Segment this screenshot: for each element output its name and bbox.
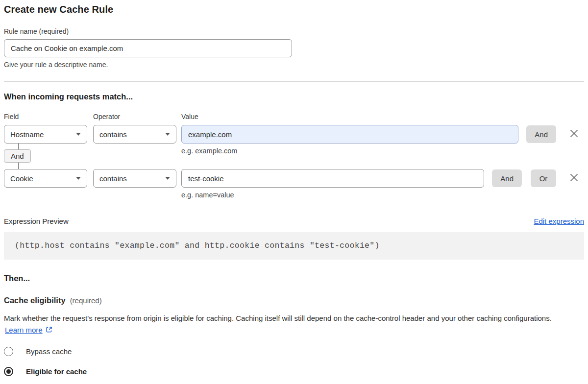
value-input[interactable]	[181, 125, 518, 144]
rule-name-input[interactable]	[4, 39, 292, 57]
value-column-label: Value	[181, 113, 198, 120]
field-select[interactable]: Hostname	[4, 125, 87, 144]
description-text: Mark whether the request’s response from…	[4, 314, 552, 322]
learn-more-link[interactable]: Learn more	[5, 326, 43, 334]
required-tag: (required)	[70, 296, 102, 305]
create-cache-rule-page: Create new Cache Rule Rule name (require…	[0, 0, 588, 376]
remove-condition-button[interactable]	[569, 172, 579, 183]
connector-line	[18, 143, 19, 149]
rule-name-label: Rule name (required)	[4, 27, 584, 35]
value-column: e.g. name=value	[181, 169, 484, 199]
section-divider	[4, 81, 584, 82]
cache-eligibility-heading: Cache eligibility (required)	[4, 296, 584, 305]
add-or-condition-button[interactable]: Or	[531, 169, 556, 187]
external-link-icon	[43, 326, 53, 334]
expression-code: (http.host contains "example.com" and ht…	[4, 232, 584, 260]
add-and-condition-button[interactable]: And	[492, 169, 522, 187]
chevron-down-icon	[76, 177, 81, 180]
cache-eligibility-section: Cache eligibility (required) Mark whethe…	[4, 296, 584, 376]
operator-select-value: contains	[99, 130, 162, 139]
page-title: Create new Cache Rule	[4, 4, 584, 15]
field-select-value: Hostname	[10, 130, 73, 139]
remove-condition-button[interactable]	[569, 128, 579, 139]
field-column-label: Field	[4, 113, 93, 120]
expression-preview-section: Expression Preview Edit expression (http…	[4, 217, 584, 260]
rule-name-section: Rule name (required) Give your rule a de…	[4, 27, 584, 69]
radio-icon	[4, 367, 13, 376]
connector-line	[18, 163, 19, 169]
expression-header: Expression Preview Edit expression	[4, 217, 584, 225]
then-heading: Then...	[4, 274, 584, 283]
field-select-value: Cookie	[10, 174, 73, 183]
match-heading: When incoming requests match...	[4, 92, 584, 101]
close-icon	[569, 128, 579, 139]
add-and-condition-button[interactable]: And	[526, 125, 556, 143]
value-input[interactable]	[181, 169, 484, 188]
radio-label: Bypass cache	[26, 347, 72, 356]
operator-select-value: contains	[99, 174, 162, 183]
chevron-down-icon	[76, 133, 81, 136]
value-hint: e.g. example.com	[181, 147, 518, 155]
close-icon	[569, 172, 579, 183]
radio-icon	[4, 347, 13, 356]
value-hint: e.g. name=value	[181, 191, 484, 199]
row-actions: And Or	[492, 169, 556, 187]
condition-row-2: Cookie contains e.g. name=value And Or	[4, 169, 584, 199]
match-section: When incoming requests match... Field Op…	[4, 92, 584, 199]
operator-column-label: Operator	[93, 113, 181, 120]
operator-select[interactable]: contains	[93, 125, 176, 144]
edit-expression-link[interactable]: Edit expression	[534, 217, 584, 225]
rule-name-helper: Give your rule a descriptive name.	[4, 61, 584, 69]
chevron-down-icon	[165, 133, 170, 136]
field-select[interactable]: Cookie	[4, 169, 87, 188]
operator-select[interactable]: contains	[93, 169, 176, 188]
row-actions: And	[526, 125, 556, 143]
radio-option-eligible-for-cache[interactable]: Eligible for cache	[4, 367, 584, 376]
value-column: e.g. example.com	[181, 125, 518, 155]
radio-option-bypass-cache[interactable]: Bypass cache	[4, 347, 584, 356]
cache-eligibility-description: Mark whether the request’s response from…	[4, 312, 571, 336]
radio-label: Eligible for cache	[26, 367, 87, 376]
expression-preview-label: Expression Preview	[4, 217, 69, 225]
connector-and-chip[interactable]: And	[4, 149, 31, 163]
chevron-down-icon	[165, 177, 170, 180]
cache-eligibility-title: Cache eligibility	[4, 296, 66, 305]
column-labels: Field Operator Value	[4, 113, 584, 120]
